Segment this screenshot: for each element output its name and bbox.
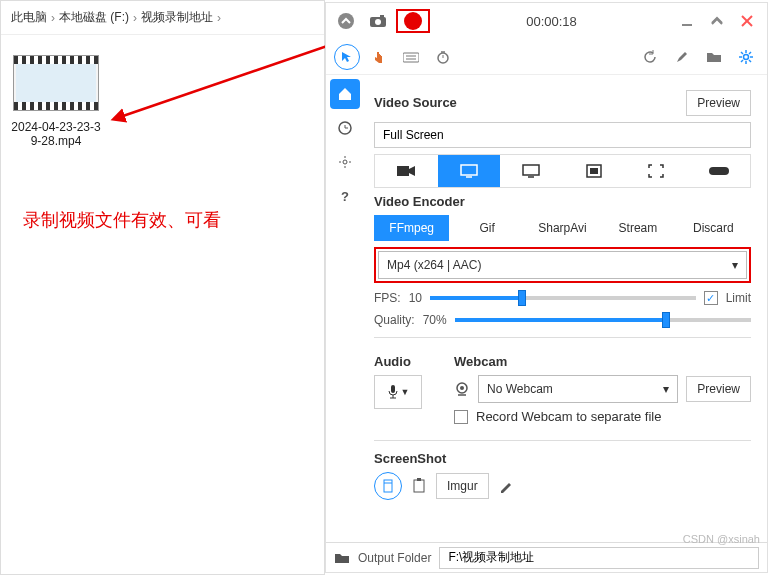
history-tab[interactable] xyxy=(330,113,360,143)
video-source-input[interactable] xyxy=(374,122,751,148)
limit-checkbox[interactable]: ✓ xyxy=(704,291,718,305)
chevron-down-icon: ▾ xyxy=(732,258,738,272)
microphone-icon xyxy=(387,384,399,400)
record-button[interactable] xyxy=(396,9,430,33)
crumb-drive[interactable]: 本地磁盘 (F:) xyxy=(59,9,129,26)
watermark-text: CSDN @xsinah xyxy=(683,533,760,545)
home-tab[interactable] xyxy=(330,79,360,109)
crumb-folder[interactable]: 视频录制地址 xyxy=(141,9,213,26)
file-name: 2024-04-23-23-39-28.mp4 xyxy=(11,120,101,148)
webcam-separate-checkbox[interactable] xyxy=(454,410,468,424)
svg-line-19 xyxy=(741,52,743,54)
audio-heading: Audio xyxy=(374,354,434,369)
mode-toolbar xyxy=(326,39,767,75)
svg-rect-32 xyxy=(523,165,539,175)
output-folder-label: Output Folder xyxy=(358,551,431,565)
imgur-button[interactable]: Imgur xyxy=(436,473,489,499)
timer-icon[interactable] xyxy=(430,44,456,70)
minimize-button[interactable] xyxy=(673,7,701,35)
fps-label: FPS: xyxy=(374,291,401,305)
video-encoder-heading: Video Encoder xyxy=(374,194,751,209)
source-camera[interactable] xyxy=(375,155,438,187)
cursor-mode-button[interactable] xyxy=(334,44,360,70)
chevron-right-icon: › xyxy=(213,11,225,25)
annotation-text: 录制视频文件有效、可看 xyxy=(23,208,302,232)
tab-stream[interactable]: Stream xyxy=(600,215,675,241)
folder-button[interactable] xyxy=(701,44,727,70)
tab-ffmpeg[interactable]: FFmpeg xyxy=(374,215,449,241)
quality-label: Quality: xyxy=(374,313,415,327)
bottom-bar: Output Folder xyxy=(326,542,767,572)
svg-rect-45 xyxy=(417,478,421,481)
svg-rect-8 xyxy=(403,53,419,62)
preview-button[interactable]: Preview xyxy=(686,90,751,116)
chevron-right-icon: › xyxy=(129,11,141,25)
camera-icon[interactable] xyxy=(364,7,392,35)
tab-discard[interactable]: Discard xyxy=(676,215,751,241)
expand-button[interactable] xyxy=(703,7,731,35)
captura-app: 00:00:18 ? Video Source Preview xyxy=(325,2,768,573)
encoder-tabs: FFmpeg Gif SharpAvi Stream Discard xyxy=(374,215,751,241)
breadcrumb[interactable]: 此电脑 › 本地磁盘 (F:) › 视频录制地址 › xyxy=(1,1,324,35)
file-explorer: 此电脑 › 本地磁盘 (F:) › 视频录制地址 › 2024-04-23-23… xyxy=(0,0,325,575)
source-game[interactable] xyxy=(688,155,751,187)
video-thumbnail-icon xyxy=(13,55,99,111)
keyboard-icon[interactable] xyxy=(398,44,424,70)
encoder-dropdown[interactable]: Mp4 (x264 | AAC) ▾ xyxy=(378,251,747,279)
encoder-highlight: Mp4 (x264 | AAC) ▾ xyxy=(374,247,751,283)
svg-line-22 xyxy=(749,52,751,54)
refresh-button[interactable] xyxy=(637,44,663,70)
brush-button[interactable] xyxy=(669,44,695,70)
webcam-preview-button[interactable]: Preview xyxy=(686,376,751,402)
quality-slider[interactable] xyxy=(455,318,751,322)
edit-button[interactable] xyxy=(499,479,513,493)
crumb-pc[interactable]: 此电脑 xyxy=(11,9,47,26)
svg-rect-44 xyxy=(414,480,424,492)
source-screen[interactable] xyxy=(438,155,501,187)
svg-rect-4 xyxy=(380,15,384,18)
collapse-button[interactable] xyxy=(332,7,360,35)
svg-rect-30 xyxy=(461,165,477,175)
tab-sharpavi[interactable]: SharpAvi xyxy=(525,215,600,241)
screenshot-save-button[interactable] xyxy=(374,472,402,500)
svg-point-14 xyxy=(744,54,749,59)
output-path-input[interactable] xyxy=(439,547,759,569)
clipboard-button[interactable] xyxy=(412,478,426,494)
webcam-separate-label: Record Webcam to separate file xyxy=(476,409,661,424)
source-type-selector xyxy=(374,154,751,188)
svg-point-41 xyxy=(460,386,464,390)
svg-point-3 xyxy=(375,19,381,25)
svg-rect-35 xyxy=(590,168,598,174)
help-tab[interactable]: ? xyxy=(330,181,360,211)
elapsed-time: 00:00:18 xyxy=(432,14,671,29)
chevron-down-icon: ▼ xyxy=(401,387,410,397)
source-window[interactable] xyxy=(500,155,563,187)
video-file-item[interactable]: 2024-04-23-23-39-28.mp4 xyxy=(11,55,101,148)
source-fullscreen[interactable] xyxy=(625,155,688,187)
svg-rect-43 xyxy=(384,480,392,492)
svg-line-20 xyxy=(749,60,751,62)
screenshot-heading: ScreenShot xyxy=(374,451,751,466)
svg-rect-36 xyxy=(709,167,729,175)
video-source-heading: Video Source xyxy=(374,95,678,110)
sidebar: ? xyxy=(326,75,364,542)
fps-slider[interactable] xyxy=(430,296,696,300)
svg-point-24 xyxy=(343,160,347,164)
webcam-icon xyxy=(454,381,470,397)
touch-mode-button[interactable] xyxy=(366,44,392,70)
encoder-value: Mp4 (x264 | AAC) xyxy=(387,258,482,272)
webcam-heading: Webcam xyxy=(454,354,751,369)
chevron-down-icon: ▾ xyxy=(663,382,669,396)
titlebar: 00:00:18 xyxy=(326,3,767,39)
audio-mic-button[interactable]: ▼ xyxy=(374,375,422,409)
main-panel: Video Source Preview Video Encoder FFmpe… xyxy=(364,75,767,542)
svg-rect-37 xyxy=(391,385,395,393)
tab-gif[interactable]: Gif xyxy=(449,215,524,241)
webcam-dropdown[interactable]: No Webcam ▾ xyxy=(478,375,678,403)
config-tab[interactable] xyxy=(330,147,360,177)
close-button[interactable] xyxy=(733,7,761,35)
settings-button[interactable] xyxy=(733,44,759,70)
folder-icon[interactable] xyxy=(334,552,350,564)
source-region[interactable] xyxy=(563,155,626,187)
record-icon xyxy=(404,12,422,30)
